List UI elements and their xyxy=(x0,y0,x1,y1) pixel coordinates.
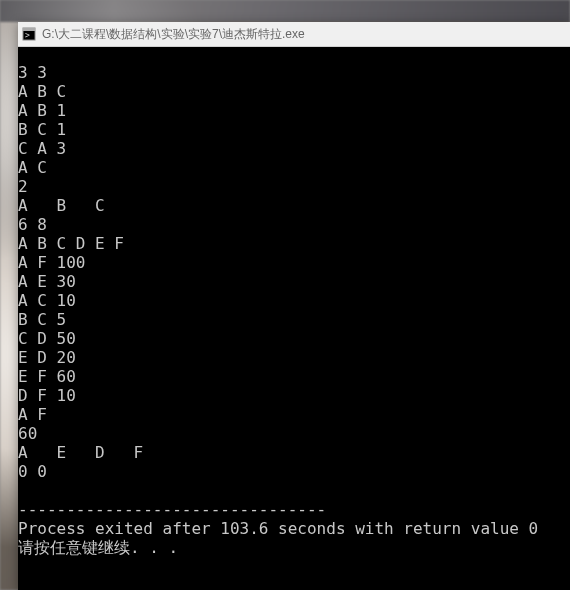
window-titlebar[interactable]: > G:\大二课程\数据结构\实验\实验7\迪杰斯特拉.exe xyxy=(18,22,570,47)
console-app-icon: > xyxy=(22,27,36,41)
window-title: G:\大二课程\数据结构\实验\实验7\迪杰斯特拉.exe xyxy=(42,26,305,43)
bg-top-band xyxy=(0,0,570,22)
svg-text:>: > xyxy=(25,31,30,40)
console-output[interactable]: 3 3 A B C A B 1 B C 1 C A 3 A C 2 A B C … xyxy=(18,63,570,574)
console-window: > G:\大二课程\数据结构\实验\实验7\迪杰斯特拉.exe 3 3 A B … xyxy=(18,22,570,590)
